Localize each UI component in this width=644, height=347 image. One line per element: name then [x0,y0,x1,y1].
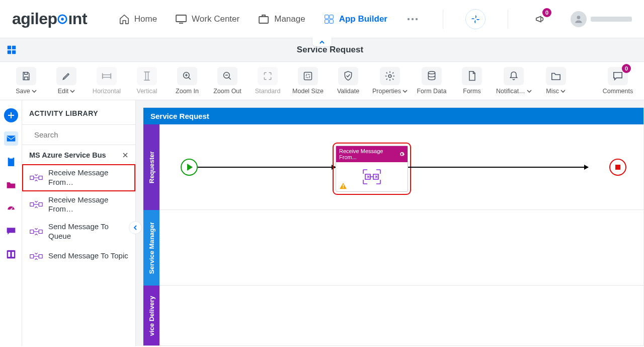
tool-edit[interactable]: Edit [48,66,85,96]
svg-rect-12 [8,46,11,49]
svg-point-9 [412,18,414,20]
tool-zoom-out[interactable]: Zoom Out [209,66,246,96]
library-group-close[interactable] [122,152,128,158]
tool-validate-label: Validate [337,88,359,95]
bell-icon [509,71,519,82]
user-menu[interactable] [571,11,632,27]
end-node[interactable] [609,159,626,176]
tool-form-data[interactable]: Form Data [414,66,450,96]
tool-properties[interactable]: Properties [370,66,410,96]
tool-forms[interactable]: Forms [454,66,490,96]
gear-icon[interactable] [399,151,405,157]
svg-rect-38 [39,254,42,258]
nav-app-builder[interactable]: App Builder [323,11,388,28]
rail-clipboard-button[interactable] [4,155,18,169]
library-item-send-queue[interactable]: Send Message To Queue [22,218,135,245]
header-collapse-toggle[interactable] [312,38,332,47]
svg-point-10 [416,18,418,20]
edge [408,167,588,168]
folder-icon [6,180,16,189]
gauge-icon [6,203,16,213]
lane-requester[interactable]: Requester [143,124,159,210]
library-search-input[interactable] [33,130,131,140]
rail-folder-button[interactable] [4,178,18,192]
align-horizontal-icon [102,72,112,80]
rail-inbox-button[interactable] [4,131,18,146]
tool-save[interactable]: Save [8,66,44,96]
rail-monitor-button[interactable] [4,201,18,215]
nav-home[interactable]: Home [118,11,158,28]
svg-rect-20 [304,73,312,80]
tool-notifications[interactable]: Notificat… [494,66,534,96]
library-collapse-toggle[interactable] [129,221,142,234]
rail-chat-button[interactable] [4,224,18,238]
canvas-title: Service Request [143,108,643,124]
lane-service-delivery[interactable]: vice Delivery [143,286,159,345]
align-vertical-icon [143,71,151,81]
monitor-icon [175,14,187,24]
chevron-down-icon [32,89,37,94]
svg-point-22 [428,72,435,74]
svg-rect-16 [103,75,111,78]
brand-logo: agilepınt [12,10,87,28]
nav-app-builder-label: App Builder [339,14,387,24]
svg-point-1 [61,18,64,21]
tool-validate[interactable]: Validate [330,66,366,96]
tool-zoom-out-label: Zoom Out [213,88,242,95]
tool-zoom-in[interactable]: Zoom In [169,66,205,96]
svg-rect-15 [12,50,16,54]
chat-icon [6,227,16,236]
tool-horizontal-label: Horizontal [93,88,121,95]
nav-more[interactable] [405,11,421,27]
library-item-receive-2[interactable]: Receive Message From… [22,191,135,219]
svg-rect-4 [325,15,328,18]
tool-form-data-label: Form Data [417,88,446,95]
start-node[interactable] [181,159,198,176]
apps-switcher[interactable] [4,42,19,57]
lane-service-manager[interactable]: Service Manager [143,210,159,286]
lane-row-requester[interactable]: Receive Message From... [159,124,643,210]
nav-work-center-label: Work Center [192,14,239,24]
library-item-send-topic[interactable]: Send Message To Topic [22,245,135,267]
tool-zoom-in-label: Zoom In [176,88,199,95]
library-group-header[interactable]: MS Azure Service Bus [22,145,135,164]
activity-receive-message[interactable]: Receive Message From... [336,146,408,192]
tool-comments[interactable]: 0 Comments [600,66,636,96]
activity-glyph-icon [29,197,43,212]
nav-manage[interactable]: Manage [257,11,306,28]
avatar-icon [571,11,587,27]
tool-horizontal: Horizontal [89,66,125,96]
nav-work-center[interactable]: Work Center [174,11,240,27]
tool-notifications-label: Notificat… [496,88,525,95]
svg-rect-42 [343,187,344,188]
announcements-button[interactable]: 0 [530,9,550,29]
plus-icon [8,112,15,119]
svg-rect-33 [30,203,34,206]
library-item-label: Receive Message From… [48,168,128,187]
library-item-receive-1[interactable]: Receive Message From… [22,164,135,191]
svg-rect-41 [343,184,344,186]
lane-row-delivery[interactable] [159,286,643,345]
svg-rect-3 [259,17,268,23]
lane-row-manager[interactable] [159,210,643,286]
page-subheader: Service Request [0,38,644,62]
ai-assistant-button[interactable] [465,9,486,29]
tool-misc[interactable]: Misc [538,66,574,96]
svg-rect-35 [30,230,34,233]
zoom-in-icon [182,71,192,81]
rail-layout-button[interactable] [4,247,18,261]
warning-icon [339,182,347,189]
left-rail [0,100,22,346]
tool-model-size[interactable]: Model Size [290,66,326,96]
top-navbar: agilepınt Home Work Center Manage App Bu… [0,0,644,38]
svg-rect-32 [39,176,42,179]
tool-edit-label: Edit [58,88,69,95]
svg-rect-14 [8,50,11,54]
rail-add-button[interactable] [4,108,18,122]
chevron-up-icon [319,39,325,45]
primary-nav: Home Work Center Manage App Builder 0 [118,9,632,29]
library-item-label: Send Message To Queue [48,222,128,241]
svg-rect-7 [330,19,333,23]
expand-icon [303,71,313,81]
svg-rect-25 [9,157,13,159]
